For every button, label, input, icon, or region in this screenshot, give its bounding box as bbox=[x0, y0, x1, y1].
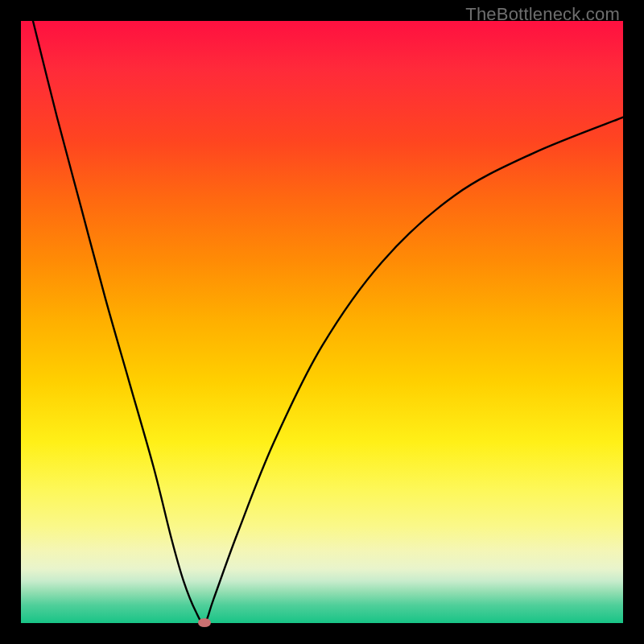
curve-layer bbox=[21, 21, 623, 623]
plot-area bbox=[21, 21, 623, 623]
bottleneck-curve bbox=[33, 21, 623, 623]
minimum-marker bbox=[198, 618, 211, 627]
chart-container: TheBottleneck.com bbox=[0, 0, 644, 644]
